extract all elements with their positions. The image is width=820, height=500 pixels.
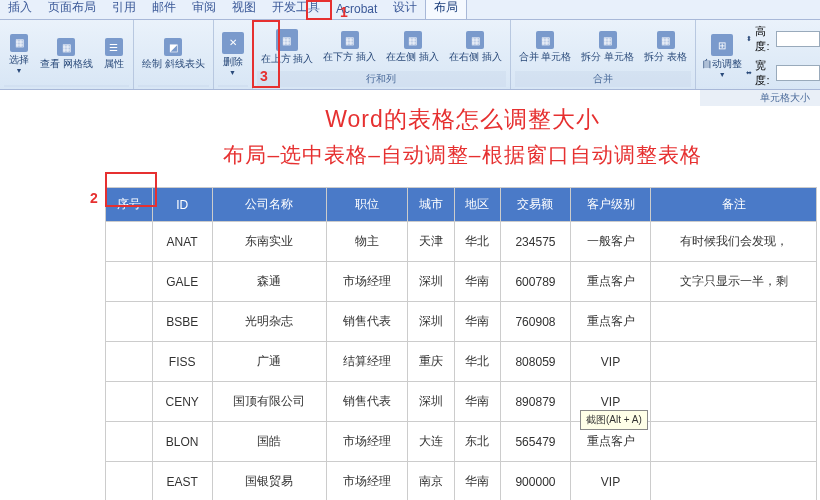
table-row[interactable]: EAST国银贸易市场经理南京华南900000VIP [106, 462, 817, 501]
table-cell[interactable]: 深圳 [407, 382, 454, 422]
table-cell[interactable] [651, 342, 817, 382]
properties-button[interactable]: ☰属性 [99, 22, 129, 85]
table-cell[interactable] [106, 462, 153, 501]
table-cell[interactable]: 重点客户 [570, 262, 651, 302]
table-cell[interactable]: 市场经理 [327, 462, 408, 501]
table-cell[interactable]: 销售代表 [327, 382, 408, 422]
table-cell[interactable]: 华北 [454, 342, 501, 382]
table-cell[interactable]: GALE [152, 262, 212, 302]
table-cell[interactable] [106, 422, 153, 462]
table-cell[interactable]: 华南 [454, 382, 501, 422]
gridlines-button[interactable]: ▦查看 网格线 [36, 22, 97, 85]
split-table-button[interactable]: ▦拆分 表格 [640, 22, 691, 71]
table-cell[interactable]: 600789 [501, 262, 570, 302]
table-cell[interactable]: BLON [152, 422, 212, 462]
table-cell[interactable] [106, 382, 153, 422]
table-cell[interactable]: 东北 [454, 422, 501, 462]
column-header: 公司名称 [212, 188, 327, 222]
table-cell[interactable]: BSBE [152, 302, 212, 342]
table-cell[interactable]: 重庆 [407, 342, 454, 382]
table-cell[interactable]: 900000 [501, 462, 570, 501]
table-cell[interactable]: 890879 [501, 382, 570, 422]
table-row[interactable]: FISS广通结算经理重庆华北808059VIP [106, 342, 817, 382]
table-cell[interactable] [651, 302, 817, 342]
tab-Acrobat[interactable]: Acrobat [328, 0, 385, 19]
table-cell[interactable]: 广通 [212, 342, 327, 382]
table-cell[interactable]: 一般客户 [570, 222, 651, 262]
table-cell[interactable]: 有时候我们会发现， [651, 222, 817, 262]
table-cell[interactable]: 国皓 [212, 422, 327, 462]
split-cells-button[interactable]: ▦拆分 单元格 [577, 22, 638, 71]
group-label: 合并 [515, 71, 691, 87]
table-cell[interactable]: 文字只显示一半，剩 [651, 262, 817, 302]
group-cell-size: ⊞自动调整▼ ⬍高度: ⬌宽度: ≡分布行 ⦀分布列 单元格大小 [696, 20, 820, 89]
table-cell[interactable]: 市场经理 [327, 422, 408, 462]
table-cell[interactable] [106, 302, 153, 342]
table-row[interactable]: ANAT东南实业物主天津华北234575一般客户有时候我们会发现， [106, 222, 817, 262]
table-cell[interactable]: 华南 [454, 302, 501, 342]
height-input[interactable] [776, 31, 820, 47]
width-icon: ⬌ [746, 69, 752, 77]
table-body: ANAT东南实业物主天津华北234575一般客户有时候我们会发现，GALE森通市… [106, 222, 817, 501]
table-cell[interactable]: 深圳 [407, 302, 454, 342]
delete-button[interactable]: ✕删除▼ [218, 22, 248, 85]
draw-diagonal-button[interactable]: ◩绘制 斜线表头 [138, 22, 209, 85]
table-cell[interactable]: ANAT [152, 222, 212, 262]
table-cell[interactable]: 808059 [501, 342, 570, 382]
table-cell[interactable]: 国顶有限公司 [212, 382, 327, 422]
select-button[interactable]: ▦选择▼ [4, 22, 34, 85]
merge-cells-button[interactable]: ▦合并 单元格 [515, 22, 576, 71]
insert-right-button[interactable]: ▦在右侧 插入 [445, 22, 506, 71]
table-cell[interactable]: EAST [152, 462, 212, 501]
table-cell[interactable]: VIP [570, 462, 651, 501]
table-cell[interactable]: 华南 [454, 462, 501, 501]
insert-above-button[interactable]: ▦在上方 插入 [257, 22, 318, 71]
table-cell[interactable] [106, 342, 153, 382]
table-cell[interactable]: VIP [570, 342, 651, 382]
tab-页面布局[interactable]: 页面布局 [40, 0, 104, 19]
insert-left-button[interactable]: ▦在左侧 插入 [382, 22, 443, 71]
table-row[interactable]: CENY国顶有限公司销售代表深圳华南890879VIP [106, 382, 817, 422]
table-row[interactable]: BSBE光明杂志销售代表深圳华南760908重点客户 [106, 302, 817, 342]
table-cell[interactable]: 光明杂志 [212, 302, 327, 342]
table-cell[interactable] [651, 382, 817, 422]
tab-设计[interactable]: 设计 [385, 0, 425, 19]
tab-邮件[interactable]: 邮件 [144, 0, 184, 19]
tab-审阅[interactable]: 审阅 [184, 0, 224, 19]
table-cell[interactable]: 销售代表 [327, 302, 408, 342]
tab-插入[interactable]: 插入 [0, 0, 40, 19]
table-row[interactable]: GALE森通市场经理深圳华南600789重点客户文字只显示一半，剩 [106, 262, 817, 302]
table-cell[interactable]: 重点客户 [570, 302, 651, 342]
table-cell[interactable]: 234575 [501, 222, 570, 262]
table-cell[interactable]: 760908 [501, 302, 570, 342]
table-cell[interactable] [106, 222, 153, 262]
autofit-button[interactable]: ⊞自动调整▼ [700, 22, 744, 90]
insert-below-button[interactable]: ▦在下方 插入 [319, 22, 380, 71]
table-cell[interactable]: 深圳 [407, 262, 454, 302]
width-input[interactable] [776, 65, 820, 81]
tab-布局[interactable]: 布局 [425, 0, 467, 19]
table-cell[interactable]: 东南实业 [212, 222, 327, 262]
table-cell[interactable]: 大连 [407, 422, 454, 462]
table-cell[interactable] [651, 462, 817, 501]
table-cell[interactable]: 市场经理 [327, 262, 408, 302]
data-table[interactable]: 序号ID公司名称职位城市地区交易额客户级别备注 ANAT东南实业物主天津华北23… [105, 187, 817, 500]
tab-引用[interactable]: 引用 [104, 0, 144, 19]
table-row[interactable]: BLON国皓市场经理大连东北565479重点客户 [106, 422, 817, 462]
table-cell[interactable] [651, 422, 817, 462]
table-cell[interactable]: FISS [152, 342, 212, 382]
table-cell[interactable]: 天津 [407, 222, 454, 262]
table-cell[interactable]: CENY [152, 382, 212, 422]
table-cell[interactable]: 华北 [454, 222, 501, 262]
tab-bar: 插入页面布局引用邮件审阅视图开发工具Acrobat设计布局 [0, 0, 820, 20]
table-cell[interactable] [106, 262, 153, 302]
table-cell[interactable]: 南京 [407, 462, 454, 501]
table-cell[interactable]: 物主 [327, 222, 408, 262]
tab-视图[interactable]: 视图 [224, 0, 264, 19]
table-cell[interactable]: 华南 [454, 262, 501, 302]
table-cell[interactable]: 结算经理 [327, 342, 408, 382]
table-cell[interactable]: 森通 [212, 262, 327, 302]
table-cell[interactable]: 国银贸易 [212, 462, 327, 501]
tab-开发工具[interactable]: 开发工具 [264, 0, 328, 19]
table-cell[interactable]: 565479 [501, 422, 570, 462]
